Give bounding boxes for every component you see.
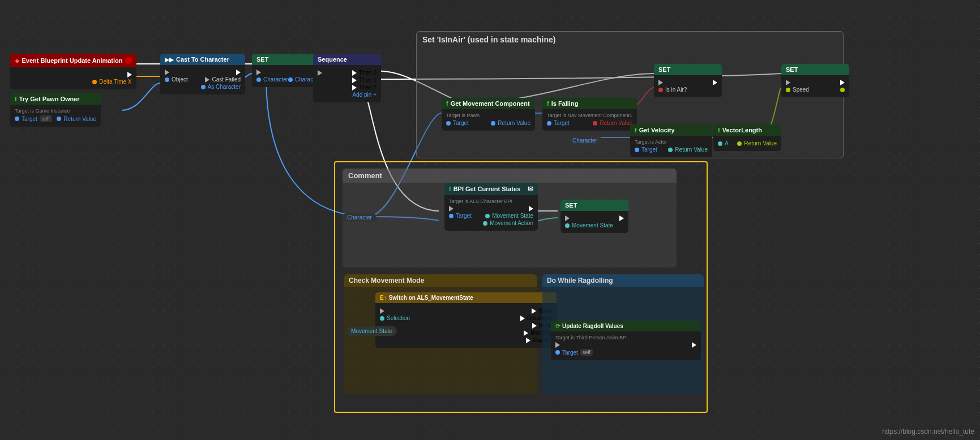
node-vector-length-body: A Return Value xyxy=(713,136,781,151)
node-set-isinair-header: SET xyxy=(654,64,722,75)
node-update-ragdoll: ⟳ Update Ragdoll Values Target is Third … xyxy=(551,321,701,360)
node-cast-to-char: ▶▶ Cast To Character Object Cast Failed xyxy=(160,54,245,94)
node-get-velocity: f Get Velocity Target is Actor Target Re… xyxy=(630,124,712,157)
character-label-1: Character xyxy=(568,136,602,145)
node-set-speed: SET Speed xyxy=(781,64,849,97)
node-get-velocity-body: Target is Actor Target Return Value xyxy=(630,136,712,157)
node-try-get-pawn-header: f Try Get Pawn Owner xyxy=(10,93,101,105)
inner-comment-title: Comment xyxy=(343,169,677,183)
delta-time-pin xyxy=(92,80,97,84)
node-is-falling-body: Target is Nav Movement Component1 Target… xyxy=(542,109,637,131)
do-while-ragdoll-box: Do While Ragdolling ⟳ Update Ragdoll Val… xyxy=(542,274,704,404)
node-bpi-header: f BPI Get Current States ✉ xyxy=(444,183,538,195)
node-bpi-body: Target is ALS Character BPI Target Movem… xyxy=(444,195,538,231)
pin-exec-out xyxy=(15,72,132,77)
node-event-bp-update: ● Event Blueprint Update Animation Delta… xyxy=(10,54,136,89)
node-set-isinair: SET Is in Air? xyxy=(654,64,722,97)
node-is-falling: f Is Falling Target is Nav Movement Comp… xyxy=(542,98,637,131)
check-movement-body: E↑ Switch on ALS_MovementState None xyxy=(344,287,537,394)
watermark: https://blog.csdn.net/hello_tute xyxy=(882,428,974,435)
node-cast-body: Object Cast Failed As Character xyxy=(160,65,245,94)
character-label-2: Character xyxy=(343,213,376,222)
pin-delta-time: Delta Time X xyxy=(15,79,132,85)
check-movement-title: Check Movement Mode xyxy=(344,274,537,287)
do-while-title: Do While Ragdolling xyxy=(542,274,704,287)
node-seq-header: Sequence xyxy=(313,54,381,65)
check-movement-box: Check Movement Mode E↑ Switch on ALS_Mov… xyxy=(344,274,537,404)
node-vector-length: f VectorLength A Return Value xyxy=(713,124,781,151)
node-try-get-pawn-body: Target is Game Instance Target self Retu… xyxy=(10,105,101,127)
node-set-move-state: SET Movement State xyxy=(560,200,628,233)
do-while-body: ⟳ Update Ragdoll Values Target is Third … xyxy=(542,287,704,394)
node-update-ragdoll-header: ⟳ Update Ragdoll Values xyxy=(551,321,701,331)
node-set-move-state-header: SET xyxy=(560,200,628,211)
node-switch-als: E↑ Switch on ALS_MovementState None xyxy=(375,292,557,348)
movement-state-label: Movement State xyxy=(346,326,397,336)
node-event-header: ● Event Blueprint Update Animation xyxy=(10,54,136,67)
node-get-movement-body: Target is Pawn Target Return Value xyxy=(442,109,535,131)
node-vector-length-header: f VectorLength xyxy=(713,124,781,136)
node-set-isinair-body: Is in Air? xyxy=(654,75,722,97)
target-pin xyxy=(15,117,19,121)
node-set-move-state-body: Movement State xyxy=(560,211,628,233)
node-bpi-get-states: f BPI Get Current States ✉ Target is ALS… xyxy=(444,183,538,231)
node-event-body: Delta Time X xyxy=(10,67,136,89)
inner-comment-box: Comment f BPI Get Current States ✉ Targe… xyxy=(343,169,677,268)
node-try-get-pawn: f Try Get Pawn Owner Target is Game Inst… xyxy=(10,93,101,127)
return-pin xyxy=(57,117,61,121)
node-cast-header: ▶▶ Cast To Character xyxy=(160,54,245,65)
section-title-isinair: Set 'IsInAir' (used in state machine) xyxy=(417,32,843,48)
node-sequence: Sequence Then 0 Then 1 Then 2 xyxy=(313,54,381,102)
node-update-ragdoll-body: Target is Third Person Anim BP Target se… xyxy=(551,331,701,360)
node-set-speed-body: Speed xyxy=(781,75,849,97)
node-switch-body: None Selection Grounded xyxy=(375,303,557,348)
node-get-velocity-header: f Get Velocity xyxy=(630,124,712,136)
node-get-movement-header: f Get Movement Component xyxy=(442,98,535,109)
node-seq-body: Then 0 Then 1 Then 2 Add pin + xyxy=(313,65,381,102)
node-get-movement: f Get Movement Component Target is Pawn … xyxy=(442,98,535,131)
node-is-falling-header: f Is Falling xyxy=(542,98,637,109)
node-set-speed-header: SET xyxy=(781,64,849,75)
node-switch-header: E↑ Switch on ALS_MovementState xyxy=(375,292,557,303)
exec-pin-right xyxy=(127,72,132,77)
